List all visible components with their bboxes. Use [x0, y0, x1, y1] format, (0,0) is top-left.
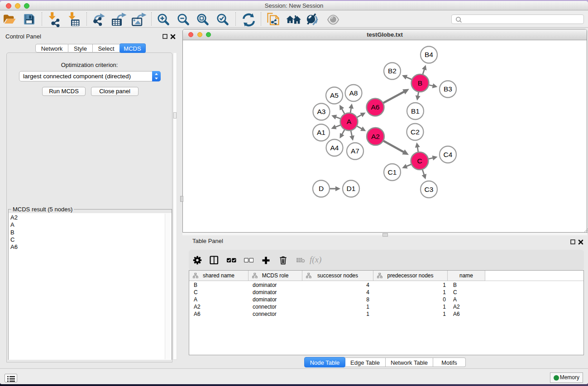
- svg-text:B: B: [418, 79, 422, 87]
- svg-text:B3: B3: [444, 85, 452, 93]
- svg-text:A3: A3: [317, 108, 326, 115]
- svg-text:A: A: [347, 118, 352, 125]
- svg-text:A2: A2: [371, 133, 380, 140]
- svg-text:C1: C1: [388, 168, 397, 176]
- svg-text:D1: D1: [347, 185, 356, 192]
- svg-text:A5: A5: [330, 91, 339, 99]
- svg-text:A1: A1: [317, 129, 325, 136]
- svg-text:A6: A6: [371, 103, 380, 111]
- svg-text:B4: B4: [425, 51, 433, 58]
- svg-text:B1: B1: [411, 107, 420, 115]
- svg-text:C2: C2: [411, 128, 420, 136]
- svg-text:B2: B2: [388, 67, 397, 75]
- svg-text:A8: A8: [349, 89, 358, 97]
- svg-text:C4: C4: [444, 151, 453, 158]
- svg-text:A7: A7: [351, 147, 359, 155]
- svg-text:C: C: [417, 157, 422, 165]
- svg-text:D: D: [319, 185, 324, 192]
- svg-text:A4: A4: [330, 144, 339, 152]
- svg-text:C3: C3: [425, 186, 434, 193]
